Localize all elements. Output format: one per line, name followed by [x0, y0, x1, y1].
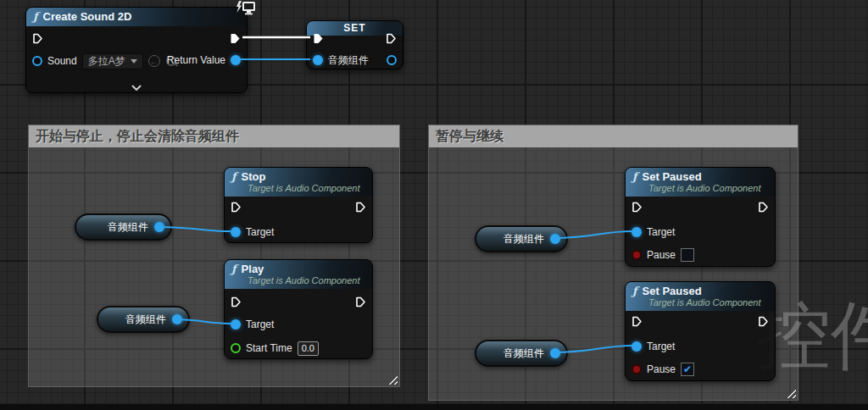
- variable-label: 音频组件: [504, 346, 544, 361]
- target-pin[interactable]: [632, 227, 642, 237]
- function-icon: ƒ: [632, 285, 637, 297]
- pause-pin[interactable]: [632, 364, 642, 374]
- use-selected-asset-icon[interactable]: ←: [148, 55, 160, 67]
- exec-out-pin[interactable]: [386, 30, 397, 47]
- exec-out-icon: [355, 202, 366, 213]
- pause-label: Pause: [647, 249, 676, 261]
- sound-pin-label: Sound: [47, 55, 77, 67]
- exec-out-icon: [758, 316, 769, 327]
- exec-out-pin[interactable]: [230, 30, 241, 47]
- exec-in-icon: [231, 202, 242, 213]
- node-header[interactable]: ƒ Play Target is Audio Component: [225, 260, 372, 289]
- target-pin[interactable]: [231, 227, 241, 237]
- node-set-paused-1[interactable]: ƒ Set Paused Target is Audio Component T…: [625, 167, 776, 267]
- node-title: Play: [242, 263, 264, 275]
- node-header[interactable]: ƒ Set Paused Target is Audio Component: [626, 168, 775, 197]
- comment-title[interactable]: 开始与停止，停止会清除音频组件: [29, 125, 399, 147]
- node-set-audio-component[interactable]: SET 音频组件: [306, 20, 403, 69]
- exec-in-pin[interactable]: [231, 293, 242, 310]
- target-row: Target: [632, 224, 675, 241]
- variable-out-pin[interactable]: [550, 348, 560, 358]
- variable-label: 音频组件: [125, 313, 166, 327]
- exec-out-icon: [758, 202, 769, 213]
- bottom-edge-bar: [0, 404, 868, 410]
- target-row: Target: [632, 338, 675, 355]
- start-time-pin[interactable]: [231, 343, 241, 353]
- exec-in-icon: [313, 33, 324, 44]
- blueprint-graph-canvas[interactable]: 开始与停止，停止会清除音频组件 暂停与继续 控件 ƒ Create Sound …: [0, 0, 868, 410]
- pause-pin[interactable]: [632, 250, 642, 260]
- start-time-input[interactable]: 0.0: [298, 341, 319, 356]
- exec-in-pin[interactable]: [231, 198, 242, 215]
- return-value-row: Return Value: [167, 52, 241, 69]
- node-set-paused-2[interactable]: ƒ Set Paused Target is Audio Component T…: [625, 281, 776, 381]
- variable-node-audio-component-1[interactable]: 音频组件: [75, 213, 172, 241]
- target-pin[interactable]: [231, 319, 241, 330]
- variable-out-pin[interactable]: [550, 234, 560, 244]
- pause-row: Pause ✔: [632, 361, 694, 378]
- audio-component-out-pin[interactable]: [387, 55, 397, 65]
- exec-out-icon: [355, 296, 366, 308]
- node-title: Set Paused: [643, 170, 702, 183]
- exec-in-pin[interactable]: [632, 198, 643, 215]
- audio-component-in-pin[interactable]: [313, 55, 323, 65]
- exec-in-icon: [231, 296, 242, 308]
- exec-in-icon: [32, 33, 43, 44]
- variable-out-pin[interactable]: [154, 222, 164, 232]
- target-label: Target: [647, 226, 675, 238]
- start-time-row: Start Time 0.0: [231, 340, 319, 357]
- node-stop[interactable]: ƒ Stop Target is Audio Component Target: [224, 167, 373, 243]
- node-subtitle: Target is Audio Component: [248, 183, 365, 193]
- node-header[interactable]: ƒ Set Paused Target is Audio Component: [626, 282, 775, 311]
- node-title: Stop: [242, 170, 266, 183]
- chevron-down-icon: [131, 59, 137, 64]
- function-icon: ƒ: [231, 170, 236, 183]
- node-subtitle: Target is Audio Component: [648, 183, 768, 193]
- set-output-row: [387, 52, 397, 69]
- exec-in-icon: [632, 316, 643, 327]
- node-create-sound-2d[interactable]: ƒ Create Sound 2D Sound 多拉A梦 ← Return Va…: [25, 7, 248, 93]
- exec-in-icon: [632, 202, 643, 213]
- node-title: Set Paused: [643, 285, 702, 297]
- node-play[interactable]: ƒ Play Target is Audio Component Target …: [224, 259, 373, 359]
- pause-checkbox-unchecked[interactable]: [681, 248, 694, 262]
- variable-label: 音频组件: [108, 220, 148, 235]
- pause-checkbox-checked[interactable]: ✔: [681, 363, 694, 376]
- comment-resize-handle[interactable]: [783, 385, 796, 398]
- target-row: Target: [231, 316, 274, 333]
- exec-out-pin[interactable]: [758, 313, 769, 330]
- exec-in-pin[interactable]: [632, 313, 643, 330]
- comment-title[interactable]: 暂停与继续: [429, 125, 798, 147]
- sound-asset-dropdown[interactable]: 多拉A梦: [82, 53, 143, 69]
- exec-out-pin[interactable]: [355, 293, 366, 310]
- node-header[interactable]: ƒ Stop Target is Audio Component: [225, 168, 372, 197]
- comment-resize-handle[interactable]: [385, 372, 398, 385]
- return-value-pin[interactable]: [231, 55, 241, 65]
- node-subtitle: Target is Audio Component: [648, 297, 768, 308]
- target-label: Target: [647, 341, 675, 352]
- editor-monitor-lightning-icon: [235, 0, 257, 16]
- variable-node-audio-component-3[interactable]: 音频组件: [475, 225, 568, 252]
- audio-component-label: 音频组件: [328, 53, 369, 68]
- sound-input-row: Sound 多拉A梦 ←: [32, 53, 178, 69]
- node-title: Create Sound 2D: [43, 10, 132, 23]
- variable-out-pin[interactable]: [172, 314, 182, 324]
- exec-out-icon: [230, 33, 241, 44]
- target-label: Target: [246, 226, 274, 238]
- node-subtitle: Target is Audio Component: [248, 275, 365, 285]
- sound-pin[interactable]: [32, 56, 42, 66]
- variable-node-audio-component-4[interactable]: 音频组件: [475, 340, 568, 367]
- exec-out-pin[interactable]: [355, 198, 366, 215]
- pause-row: Pause: [632, 247, 694, 263]
- target-pin[interactable]: [632, 341, 642, 352]
- function-icon: ƒ: [632, 170, 637, 183]
- exec-in-pin[interactable]: [313, 30, 324, 47]
- expand-node-chevron-icon[interactable]: [131, 85, 142, 91]
- variable-node-audio-component-2[interactable]: 音频组件: [97, 306, 190, 333]
- pause-label: Pause: [647, 363, 676, 375]
- target-label: Target: [246, 319, 274, 330]
- exec-in-pin[interactable]: [32, 30, 43, 47]
- node-header[interactable]: ƒ Create Sound 2D: [26, 8, 247, 26]
- sound-asset-value: 多拉A梦: [88, 55, 125, 68]
- exec-out-pin[interactable]: [758, 198, 769, 215]
